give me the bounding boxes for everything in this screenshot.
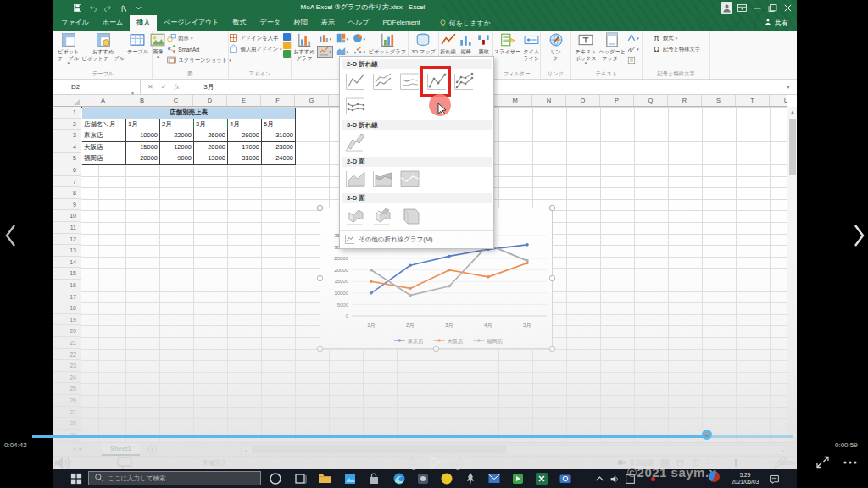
- subtitles-icon[interactable]: [117, 457, 133, 469]
- button-個人用アドイン[interactable]: 個人用アドイン▾: [229, 44, 281, 54]
- column-header-E[interactable]: E: [227, 95, 261, 107]
- more-options-icon[interactable]: [843, 460, 858, 465]
- button-おすすめピボットテーブル[interactable]: おすすめピボットテーブル: [81, 31, 125, 61]
- chart-option-dd-line-3d[interactable]: [343, 133, 366, 154]
- formula-bar-expand-icon[interactable]: ▼: [780, 85, 797, 90]
- maximize-button[interactable]: [766, 2, 778, 14]
- table-cell-value[interactable]: 24000: [262, 153, 296, 165]
- button-数式[interactable]: π数式▾: [652, 33, 700, 43]
- chart-option-dd-area-100[interactable]: [398, 169, 420, 191]
- row-header-28[interactable]: 28: [53, 418, 81, 430]
- mg-line-button[interactable]: ▾: [317, 46, 333, 58]
- column-header-T[interactable]: T: [736, 95, 770, 107]
- share-button[interactable]: 共有: [764, 18, 788, 28]
- button-テーブル[interactable]: テーブル: [126, 31, 149, 55]
- table-header-cell[interactable]: 5月: [262, 119, 296, 131]
- volume-icon[interactable]: [54, 457, 73, 469]
- scroll-right-icon[interactable]: ▸: [782, 447, 785, 453]
- sheet-tab-sheet1[interactable]: Sheet1: [102, 443, 140, 456]
- table-cell-value[interactable]: 29000: [228, 130, 262, 142]
- button-折れ線[interactable]: 折れ線: [439, 31, 457, 55]
- tab-表示[interactable]: 表示: [314, 15, 342, 30]
- button-タイムライン[interactable]: タイムライン: [522, 31, 540, 61]
- row-header-4[interactable]: 4: [53, 141, 81, 153]
- chart-option-dd-line-100[interactable]: [398, 72, 420, 93]
- column-header-N[interactable]: N: [532, 95, 566, 107]
- forward-30-icon[interactable]: 30: [450, 456, 465, 470]
- tab-データ[interactable]: データ: [253, 15, 287, 30]
- row-header-26[interactable]: 26: [53, 395, 81, 407]
- row-header-24[interactable]: 24: [53, 372, 81, 384]
- button-SmartArt[interactable]: SmartArt: [167, 44, 231, 54]
- taskbar-cortana-icon[interactable]: [268, 471, 283, 486]
- normal-view-icon[interactable]: [660, 459, 670, 468]
- table-cell-value[interactable]: 31000: [262, 130, 296, 142]
- rewind-10-icon[interactable]: 10: [406, 456, 421, 470]
- table-cell-value[interactable]: 23000: [262, 142, 296, 154]
- button-スライサー[interactable]: スライサー: [493, 31, 522, 55]
- row-header-1[interactable]: 1: [53, 107, 81, 119]
- button-縦棒[interactable]: 縦棒: [458, 31, 475, 55]
- avatar[interactable]: [721, 2, 732, 14]
- taskbar-mail-icon[interactable]: [487, 471, 502, 486]
- taskbar-camera-icon[interactable]: [558, 471, 573, 486]
- table-header-cell[interactable]: 2月: [160, 119, 194, 131]
- mg-pie-button[interactable]: ▾: [351, 33, 367, 45]
- button-テキストボックス[interactable]: テキストボックス▾: [574, 31, 597, 65]
- column-header-F[interactable]: F: [261, 95, 295, 107]
- button-ピボットグラフ[interactable]: ピボットグラフ▾: [368, 31, 407, 59]
- button-ヘッダーとフッター[interactable]: ヘッダーとフッター: [598, 31, 627, 61]
- row-header-14[interactable]: 14: [53, 257, 81, 269]
- button-勝敗[interactable]: 勝敗: [476, 31, 492, 55]
- row-header-27[interactable]: 27: [53, 407, 81, 419]
- start-button[interactable]: [70, 472, 83, 485]
- row-header-20[interactable]: 20: [53, 325, 81, 337]
- chart-option-dd-line[interactable]: [343, 72, 366, 93]
- column-header-D[interactable]: D: [193, 95, 227, 107]
- tab-数式[interactable]: 数式: [225, 15, 253, 30]
- redo-icon[interactable]: [103, 3, 113, 13]
- close-button[interactable]: [782, 2, 793, 14]
- row-header-13[interactable]: 13: [53, 245, 81, 257]
- row-header-8[interactable]: 8: [53, 187, 81, 199]
- table-cell-store[interactable]: 大阪店: [82, 142, 126, 154]
- button-ピボットテーブル[interactable]: ピボットテーブル▾: [57, 31, 80, 65]
- chart-option-dd-area-stacked-3d[interactable]: [370, 206, 393, 227]
- row-header-3[interactable]: 3: [53, 130, 81, 141]
- undo-icon[interactable]: [88, 3, 97, 13]
- chart-option-dd-area[interactable]: [343, 169, 366, 191]
- hscroll-thumb[interactable]: [252, 446, 506, 453]
- row-header-18[interactable]: 18: [53, 302, 81, 314]
- table-cell-value[interactable]: 22000: [160, 130, 194, 142]
- tell-me-box[interactable]: 何をしますか: [439, 15, 491, 30]
- column-header-U[interactable]: U: [770, 95, 787, 107]
- prev-chevron-icon[interactable]: [3, 224, 17, 247]
- table-cell-store[interactable]: 東京店: [82, 130, 126, 142]
- row-header-12[interactable]: 12: [53, 234, 81, 246]
- table-cell-value[interactable]: 12000: [160, 142, 194, 154]
- row-header-17[interactable]: 17: [53, 291, 81, 303]
- column-header-R[interactable]: R: [668, 95, 702, 107]
- table-title-cell[interactable]: 店舗別売上表: [82, 108, 296, 119]
- zoom-slider[interactable]: -+: [706, 459, 773, 467]
- taskbar-search[interactable]: ここに入力して検索: [88, 471, 261, 485]
- taskbar-photos-icon[interactable]: [342, 471, 358, 486]
- table-cell-value[interactable]: 31000: [228, 153, 262, 165]
- more-line-charts-item[interactable]: その他の折れ線グラフ(M)...: [340, 230, 493, 246]
- page-layout-view-icon[interactable]: [676, 459, 685, 468]
- table-header-cell[interactable]: 1月: [126, 119, 160, 131]
- table-cell-value[interactable]: 15000: [126, 142, 160, 154]
- tray-speaker-icon[interactable]: [607, 471, 622, 486]
- timeline-remaining[interactable]: [704, 435, 793, 438]
- column-header-B[interactable]: B: [125, 95, 159, 107]
- tab-ページレイアウト[interactable]: ページレイアウト: [157, 15, 225, 30]
- zoom-in-icon[interactable]: +: [769, 459, 772, 467]
- scroll-up-icon[interactable]: ▲: [789, 109, 796, 114]
- table-cell-value[interactable]: 26000: [194, 130, 228, 142]
- row-header-10[interactable]: 10: [53, 210, 81, 222]
- tab-PDFelement[interactable]: PDFelement: [376, 15, 426, 30]
- tab-ホーム[interactable]: ホーム: [96, 15, 130, 30]
- button-記号と特殊文字[interactable]: Ω記号と特殊文字: [652, 44, 700, 54]
- table-cell-store[interactable]: 福岡店: [82, 153, 126, 165]
- tab-校閲[interactable]: 校閲: [287, 15, 314, 30]
